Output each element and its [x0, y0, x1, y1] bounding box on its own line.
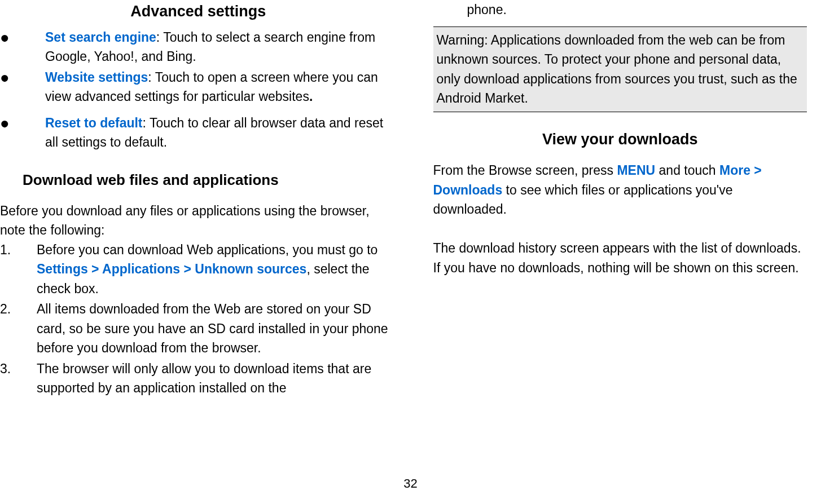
page-number: 32	[403, 474, 417, 493]
paragraph: Before you download any files or applica…	[0, 201, 397, 240]
bullet-label: Reset to default	[45, 116, 143, 130]
continuation-text: phone.	[433, 0, 807, 20]
list-text: The browser will only allow you to downl…	[37, 361, 371, 396]
list-item: 1. Before you can download Web applicati…	[0, 240, 397, 299]
numbered-list: 1. Before you can download Web applicati…	[0, 240, 397, 398]
bullet-dot: .	[309, 89, 313, 104]
bullet-list: Set search engine: Touch to select a sea…	[0, 28, 397, 152]
list-number: 2.	[0, 299, 11, 319]
bullet-reset-to-default: Reset to default: Touch to clear all bro…	[0, 113, 397, 152]
warning-box: Warning: Applications downloaded from th…	[433, 26, 807, 112]
heading-view-downloads: View your downloads	[433, 128, 807, 151]
heading-advanced-settings: Advanced settings	[0, 0, 397, 23]
bullet-text: : Touch	[148, 70, 190, 85]
heading-download-web-files: Download web files and applications	[23, 169, 397, 191]
bullet-label: Website settings	[45, 70, 148, 85]
list-text: All items downloaded from the Web are st…	[37, 302, 388, 355]
bullet-label: Set search engine	[45, 30, 156, 45]
paragraph: From the Browse screen, press MENU and t…	[433, 161, 807, 219]
warning-text: Warning: Applications downloaded from th…	[437, 33, 797, 106]
paragraph-text: From the Browse screen, press	[433, 163, 617, 178]
list-item: 2. All items downloaded from the Web are…	[0, 299, 397, 358]
path-link: Settings > Applications > Unknown source…	[37, 262, 306, 276]
list-number: 3.	[0, 359, 11, 379]
paragraph-text: and touch	[655, 163, 719, 178]
list-text: Before you can download Web applications…	[37, 242, 377, 257]
list-item: 3. The browser will only allow you to do…	[0, 359, 397, 398]
paragraph: The download history screen appears with…	[433, 238, 807, 277]
menu-key: MENU	[617, 163, 655, 178]
list-number: 1.	[0, 240, 11, 260]
bullet-set-search-engine: Set search engine: Touch to select a sea…	[0, 28, 397, 67]
bullet-website-settings: Website settings: Touch to open a screen…	[0, 68, 397, 107]
